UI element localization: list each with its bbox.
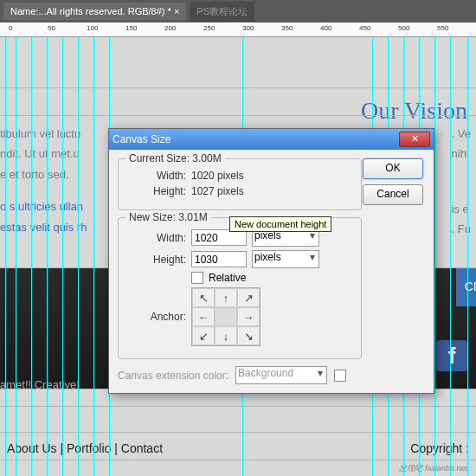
anchor-n[interactable]: ↑ [215, 288, 237, 307]
watermark: 发现吧 faxianba.net [399, 461, 467, 475]
close-icon[interactable]: ✕ [399, 132, 430, 147]
extension-color-swatch[interactable] [334, 370, 346, 382]
tagline: amet!! Creative! [0, 375, 80, 395]
anchor-center[interactable] [215, 307, 237, 326]
anchor-w[interactable]: ← [192, 307, 215, 326]
anchor-grid[interactable]: ↖ ↑ ↗ ← → ↙ ↓ ↘ [191, 287, 261, 346]
dialog-titlebar[interactable]: Canvas Size ✕ [109, 129, 434, 150]
anchor-sw[interactable]: ↙ [192, 326, 215, 345]
ok-button[interactable]: OK [363, 158, 423, 179]
anchor-se[interactable]: ↘ [237, 326, 260, 345]
footer-links[interactable]: About Us | Portfolio | Contact [7, 438, 163, 460]
document-tabs: Name:...All rights reserved. RGB/8#) * ×… [0, 0, 476, 23]
height-unit-select[interactable]: pixels [252, 250, 319, 268]
footer-nav: About Us | Portfolio | Contact Copyright… [0, 438, 476, 460]
height-input[interactable] [191, 251, 247, 267]
tooltip-height: New document height [229, 216, 331, 232]
extension-color-label: Canvas extension color: [118, 370, 228, 382]
anchor-nw[interactable]: ↖ [192, 288, 215, 307]
tab-inactive[interactable]: PS教程论坛 [190, 2, 254, 22]
relative-label: Relative [209, 272, 246, 284]
relative-checkbox[interactable] [191, 272, 203, 284]
anchor-ne[interactable]: ↗ [237, 288, 260, 307]
canvas-size-dialog: Canvas Size ✕ OK Cancel Current Size: 3.… [108, 128, 434, 394]
current-size-group: Current Size: 3.00M Width:1020 pixels He… [118, 158, 362, 210]
canvas: Our Vision tibulum vel luctundit. Ut ut … [0, 37, 476, 476]
facebook-icon[interactable]: f [436, 340, 467, 371]
cancel-button[interactable]: Cancel [363, 184, 423, 205]
height-label: Height: [127, 254, 186, 266]
width-label: Width: [127, 232, 186, 244]
current-size-legend: Current Size: 3.00M [125, 152, 225, 164]
tab-active[interactable]: Name:...All rights reserved. RGB/8#) * × [3, 3, 186, 20]
new-size-group: New Size: 3.01M Width: pixels Height: pi… [118, 217, 362, 359]
new-size-legend: New Size: 3.01M [125, 211, 211, 223]
anchor-label: Anchor: [127, 311, 186, 323]
extension-color-select[interactable]: Background [235, 366, 327, 384]
dialog-title: Canvas Size [113, 133, 170, 145]
anchor-e[interactable]: → [237, 307, 260, 326]
ruler-horizontal: 0 50 100 150 200 250 300 350 400 450 500… [0, 23, 476, 37]
extension-color-row: Canvas extension color: Background [118, 366, 425, 384]
anchor-s[interactable]: ↓ [215, 326, 237, 345]
social-badge: CIA [456, 267, 476, 306]
